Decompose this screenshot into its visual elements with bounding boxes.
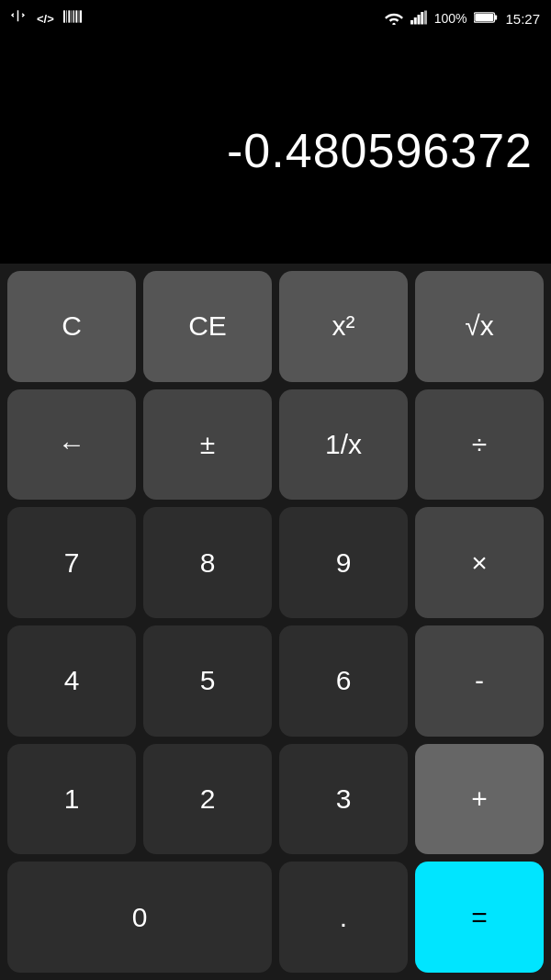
btn-3[interactable]: 3 (279, 744, 408, 855)
status-bar: </> (0, 0, 551, 37)
svg-rect-4 (73, 10, 73, 22)
btn-5[interactable]: 5 (143, 625, 272, 737)
sim-icon (410, 10, 427, 28)
btn-8[interactable]: 8 (143, 507, 272, 618)
display-area: -0.480596372 (0, 37, 551, 264)
svg-rect-1 (66, 10, 67, 22)
btn-divide[interactable]: ÷ (415, 389, 544, 501)
time-display: 15:27 (505, 11, 540, 27)
svg-rect-8 (410, 20, 413, 25)
btn-plus-minus[interactable]: ± (143, 389, 272, 501)
svg-rect-12 (424, 10, 427, 24)
btn-ce[interactable]: CE (143, 271, 272, 382)
wifi-icon (385, 10, 403, 28)
btn-inverse[interactable]: 1/x (279, 389, 408, 501)
btn-2[interactable]: 2 (143, 744, 272, 855)
btn-decimal[interactable]: . (279, 862, 408, 973)
battery-icon (474, 11, 498, 27)
barcode-icon (63, 9, 82, 28)
btn-1[interactable]: 1 (7, 744, 136, 855)
battery-percent: 100% (434, 11, 467, 26)
btn-sqrt[interactable]: √x (415, 271, 544, 382)
code-icon: </> (37, 12, 54, 26)
svg-rect-0 (63, 10, 65, 22)
btn-subtract[interactable]: - (415, 625, 544, 737)
btn-6[interactable]: 6 (279, 625, 408, 737)
usb-icon (11, 8, 28, 28)
svg-rect-15 (476, 14, 494, 21)
svg-rect-9 (413, 17, 416, 25)
status-right-icons: 100% 15:27 (385, 10, 540, 28)
svg-rect-3 (71, 10, 72, 22)
keypad: C CE x² √x ← ± 1/x ÷ 7 8 9 × 4 5 6 - (0, 264, 551, 980)
svg-rect-11 (421, 12, 423, 25)
btn-x2[interactable]: x² (279, 271, 408, 382)
svg-rect-2 (68, 10, 70, 22)
btn-0[interactable]: 0 (7, 862, 272, 973)
svg-rect-6 (78, 10, 79, 22)
btn-add[interactable]: + (415, 744, 544, 855)
svg-rect-10 (417, 15, 420, 25)
svg-rect-5 (75, 10, 77, 22)
display-value: -0.480596372 (227, 123, 533, 178)
btn-4[interactable]: 4 (7, 625, 136, 737)
btn-backspace[interactable]: ← (7, 389, 136, 501)
svg-rect-14 (495, 15, 498, 19)
btn-7[interactable]: 7 (7, 507, 136, 618)
btn-c[interactable]: C (7, 271, 136, 382)
btn-multiply[interactable]: × (415, 507, 544, 618)
btn-equals[interactable]: = (415, 862, 544, 973)
svg-rect-7 (80, 10, 82, 22)
btn-9[interactable]: 9 (279, 507, 408, 618)
status-left-icons: </> (11, 8, 82, 28)
